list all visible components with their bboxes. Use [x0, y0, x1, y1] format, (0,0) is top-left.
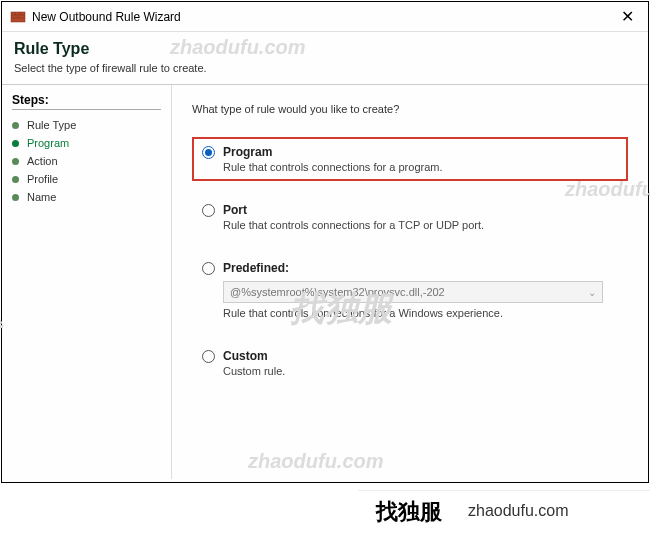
options-group: Program Rule that controls connections f…: [192, 137, 628, 385]
option-port[interactable]: Port Rule that controls connections for …: [192, 195, 628, 239]
step-rule-type[interactable]: Rule Type: [12, 116, 161, 134]
step-label: Rule Type: [27, 119, 76, 131]
step-label: Name: [27, 191, 56, 203]
option-custom[interactable]: Custom Custom rule.: [192, 341, 628, 385]
step-label: Profile: [27, 173, 58, 185]
bullet-icon: [12, 194, 19, 201]
radio-program[interactable]: [202, 146, 215, 159]
dropdown-value: @%systemroot%\system32\provsvc.dll,-202: [230, 286, 445, 298]
page-subtitle: Select the type of firewall rule to crea…: [14, 62, 636, 74]
bullet-icon: [12, 158, 19, 165]
footer-brand-en: zhaodufu.com: [468, 502, 569, 520]
close-button[interactable]: ✕: [615, 7, 640, 26]
radio-port[interactable]: [202, 204, 215, 217]
bullet-icon: [12, 176, 19, 183]
wizard-window: New Outbound Rule Wizard ✕ Rule Type Sel…: [1, 1, 649, 483]
option-custom-desc: Custom rule.: [223, 365, 618, 377]
steps-sidebar: Steps: Rule Type Program Action Profile: [2, 85, 172, 479]
firewall-icon: [10, 9, 26, 25]
chevron-down-icon: ⌄: [588, 287, 596, 298]
radio-custom[interactable]: [202, 350, 215, 363]
window-title: New Outbound Rule Wizard: [32, 10, 615, 24]
header: Rule Type Select the type of firewall ru…: [2, 32, 648, 84]
option-predefined-label: Predefined:: [223, 261, 289, 275]
steps-list: Rule Type Program Action Profile Name: [12, 116, 161, 206]
step-label: Program: [27, 137, 69, 149]
option-port-desc: Rule that controls connections for a TCP…: [223, 219, 618, 231]
content-panel: What type of rule would you like to crea…: [172, 85, 648, 479]
page-title: Rule Type: [14, 40, 636, 58]
option-program-desc: Rule that controls connections for a pro…: [223, 161, 618, 173]
option-predefined-desc: Rule that controls connections for a Win…: [223, 307, 618, 319]
content-prompt: What type of rule would you like to crea…: [192, 103, 628, 115]
bullet-icon: [12, 122, 19, 129]
footer-brand-cn: 找独服: [376, 497, 442, 527]
wizard-body: Steps: Rule Type Program Action Profile: [2, 85, 648, 479]
titlebar: New Outbound Rule Wizard ✕: [2, 2, 648, 32]
option-predefined[interactable]: Predefined: @%systemroot%\system32\provs…: [192, 253, 628, 327]
step-profile[interactable]: Profile: [12, 170, 161, 188]
step-program[interactable]: Program: [12, 134, 161, 152]
steps-label: Steps:: [12, 93, 161, 110]
option-custom-label: Custom: [223, 349, 268, 363]
step-label: Action: [27, 155, 58, 167]
predefined-dropdown[interactable]: @%systemroot%\system32\provsvc.dll,-202 …: [223, 281, 603, 303]
option-program-label: Program: [223, 145, 272, 159]
step-name[interactable]: Name: [12, 188, 161, 206]
radio-predefined[interactable]: [202, 262, 215, 275]
option-program[interactable]: Program Rule that controls connections f…: [192, 137, 628, 181]
option-port-label: Port: [223, 203, 247, 217]
step-action[interactable]: Action: [12, 152, 161, 170]
bullet-icon: [12, 140, 19, 147]
